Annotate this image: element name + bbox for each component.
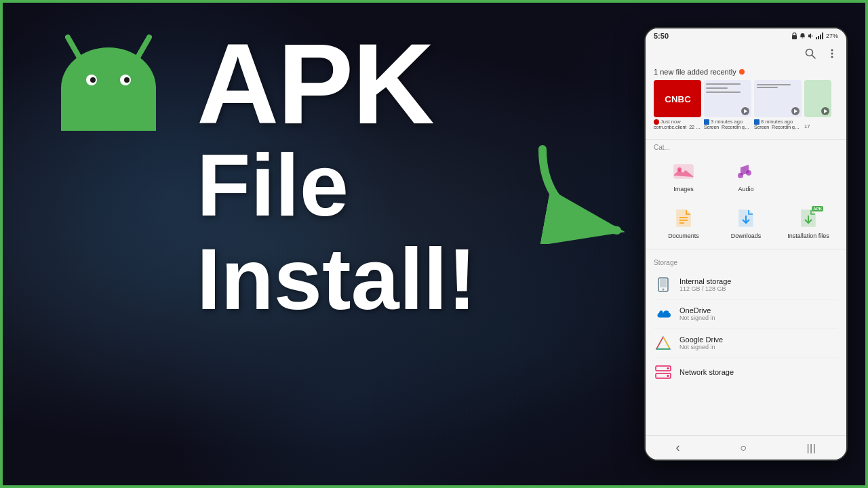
storage-label: Storage bbox=[654, 259, 838, 266]
svg-rect-13 bbox=[820, 35, 821, 39]
svg-marker-22 bbox=[744, 109, 747, 113]
notification-dot bbox=[739, 69, 745, 75]
svg-point-17 bbox=[831, 49, 833, 52]
svg-rect-9 bbox=[792, 35, 797, 39]
svg-marker-26 bbox=[824, 109, 827, 113]
status-icons: 27% bbox=[791, 33, 838, 39]
svg-point-21 bbox=[654, 119, 659, 125]
recent-label: 1 new file added recently bbox=[654, 68, 838, 76]
category-audio[interactable]: Audio bbox=[716, 154, 776, 198]
svg-point-6 bbox=[90, 77, 96, 83]
category-documents-label: Documents bbox=[668, 232, 699, 239]
install-text: Install! bbox=[197, 236, 617, 323]
svg-rect-37 bbox=[660, 279, 667, 287]
network-storage-info: Network storage bbox=[679, 368, 838, 376]
categories-grid: Images Audio bbox=[646, 154, 846, 245]
svg-point-38 bbox=[663, 289, 665, 291]
search-icon[interactable] bbox=[804, 47, 816, 60]
category-installation-files-label: Installation files bbox=[787, 232, 829, 239]
svg-point-46 bbox=[667, 375, 669, 377]
category-documents[interactable]: Documents bbox=[654, 201, 713, 245]
storage-onedrive[interactable]: OneDrive Not signed in bbox=[654, 300, 838, 329]
svg-point-45 bbox=[667, 367, 669, 369]
thumbnail-item[interactable]: CNBC Just now com.cnbc.client_22 1-4726_… bbox=[654, 80, 701, 131]
more-options-icon[interactable] bbox=[826, 47, 838, 60]
category-downloads-label: Downloads bbox=[731, 232, 762, 239]
svg-point-18 bbox=[831, 53, 833, 55]
svg-rect-3 bbox=[61, 87, 156, 131]
phone-storage-icon bbox=[654, 275, 673, 294]
category-downloads[interactable]: Downloads bbox=[716, 201, 776, 245]
category-audio-label: Audio bbox=[738, 186, 753, 192]
screen-icon bbox=[704, 119, 709, 125]
svg-point-29 bbox=[738, 173, 743, 178]
category-images-label: Images bbox=[673, 186, 694, 192]
thumbnail-item[interactable]: 3 minutes ago Screen_Recordin g_20220209… bbox=[704, 80, 751, 131]
internal-storage-info: Internal storage 112 GB / 128 GB bbox=[679, 277, 838, 292]
svg-point-30 bbox=[746, 170, 751, 176]
svg-line-40 bbox=[656, 337, 663, 349]
onedrive-name: OneDrive bbox=[679, 306, 838, 314]
svg-marker-39 bbox=[656, 337, 670, 349]
recent-section: 1 new file added recently CNBC Just now … bbox=[646, 64, 846, 135]
onedrive-sub: Not signed in bbox=[679, 314, 838, 321]
thumbnail-item[interactable]: 8 minutes ago Screen_Recordin g_20220209… bbox=[754, 80, 802, 131]
divider2 bbox=[646, 249, 846, 249]
svg-rect-25 bbox=[754, 119, 760, 125]
svg-rect-14 bbox=[822, 33, 823, 39]
battery-text: 27% bbox=[826, 33, 838, 39]
divider1 bbox=[646, 139, 846, 140]
internal-storage-sub: 112 GB / 128 GB bbox=[679, 285, 838, 292]
back-button[interactable]: ‹ bbox=[675, 441, 679, 455]
googledrive-name: Google Drive bbox=[679, 336, 838, 344]
screen-icon2 bbox=[754, 119, 760, 125]
category-installation-files[interactable]: APK Installation files bbox=[778, 201, 838, 245]
status-bar: 5:50 27% bbox=[646, 28, 846, 43]
apk-text: APK bbox=[197, 27, 617, 141]
home-button[interactable]: ○ bbox=[740, 442, 747, 454]
thumbnail-item[interactable]: 17 bbox=[804, 80, 831, 131]
app-bar bbox=[646, 43, 846, 64]
internal-storage-name: Internal storage bbox=[679, 277, 838, 285]
storage-googledrive[interactable]: Google Drive Not signed in bbox=[654, 329, 838, 358]
svg-point-19 bbox=[831, 56, 833, 58]
status-time: 5:50 bbox=[654, 32, 669, 40]
onedrive-info: OneDrive Not signed in bbox=[679, 306, 838, 321]
phone-mockup: 5:50 27% 1 new file added bbox=[644, 27, 848, 461]
svg-rect-23 bbox=[704, 119, 709, 125]
thumbnail-row: CNBC Just now com.cnbc.client_22 1-4726_… bbox=[654, 80, 838, 131]
network-storage-icon bbox=[654, 363, 673, 382]
svg-text:CNBC: CNBC bbox=[665, 94, 691, 104]
svg-point-7 bbox=[124, 77, 130, 83]
onedrive-icon bbox=[654, 304, 673, 323]
cnbc-app-icon bbox=[654, 119, 659, 125]
storage-network[interactable]: Network storage bbox=[654, 358, 838, 386]
categories-label: Cat... bbox=[646, 144, 846, 151]
nav-bar: ‹ ○ ||| bbox=[646, 435, 846, 460]
svg-line-16 bbox=[812, 56, 816, 59]
recents-button[interactable]: ||| bbox=[807, 443, 816, 453]
android-logo bbox=[34, 20, 183, 169]
googledrive-icon bbox=[654, 333, 673, 352]
category-images[interactable]: Images bbox=[654, 154, 713, 198]
storage-section: Storage Internal storage 112 GB / 128 GB bbox=[646, 253, 846, 386]
svg-marker-24 bbox=[794, 109, 797, 113]
svg-rect-11 bbox=[816, 37, 817, 39]
arrow-indicator bbox=[529, 136, 637, 244]
svg-line-41 bbox=[663, 337, 670, 349]
storage-internal[interactable]: Internal storage 112 GB / 128 GB bbox=[654, 270, 838, 300]
svg-rect-12 bbox=[818, 36, 819, 39]
googledrive-sub: Not signed in bbox=[679, 344, 838, 350]
network-storage-name: Network storage bbox=[679, 368, 838, 376]
googledrive-info: Google Drive Not signed in bbox=[679, 336, 838, 350]
svg-marker-10 bbox=[808, 33, 811, 39]
